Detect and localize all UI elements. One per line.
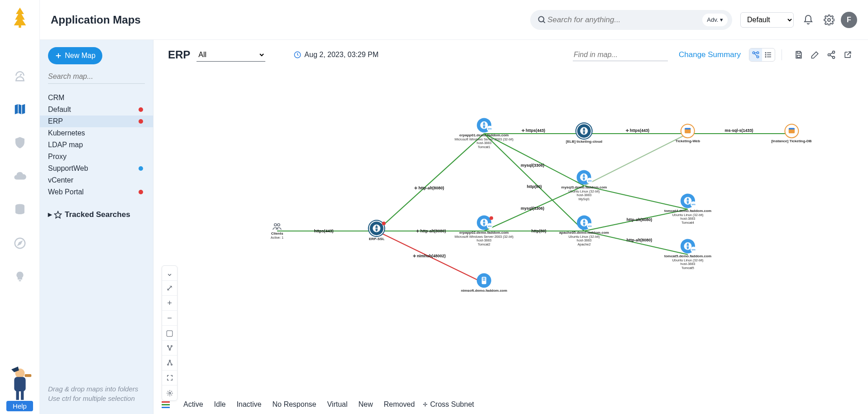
- svg-rect-9: [24, 374, 31, 377]
- edge-label: http-alt(8080): [414, 186, 444, 190]
- topbar: Application Maps Adv. ▾ Default F: [40, 0, 868, 40]
- nav-compass-icon[interactable]: [12, 236, 28, 251]
- search-icon: [537, 15, 547, 24]
- svg-point-27: [765, 53, 766, 53]
- map-item-vcenter[interactable]: vCenter: [40, 174, 153, 186]
- edge-label: https(443): [626, 128, 649, 133]
- svg-point-80: [169, 349, 170, 351]
- map-canvas[interactable]: ClientsActive: 1ERP-SSLvmerpapp01.demo.f…: [153, 66, 868, 393]
- map-settings[interactable]: [162, 385, 177, 400]
- layout-1[interactable]: [162, 341, 177, 356]
- maps-list: CRMDefaultERPKubernetesLDAP mapProxySupp…: [40, 92, 153, 198]
- fullscreen[interactable]: [162, 371, 177, 385]
- legend-label: Inactive: [236, 400, 261, 408]
- legend-menu-icon[interactable]: [162, 401, 170, 408]
- edit-button[interactable]: [809, 49, 821, 61]
- clock-icon: [293, 51, 302, 59]
- avatar[interactable]: F: [841, 12, 857, 28]
- side-rail: Help: [0, 0, 40, 414]
- settings-icon[interactable]: [823, 14, 835, 26]
- svg-point-82: [167, 364, 168, 366]
- plus-icon: [55, 52, 62, 59]
- advanced-search-button[interactable]: Adv. ▾: [702, 14, 728, 26]
- svg-point-34: [833, 56, 835, 58]
- zoom-reset[interactable]: ⤢: [162, 281, 177, 296]
- edge-label: ms-sql-s(1433): [724, 128, 753, 133]
- label-layer: https(443)http-alt(8080)http-alt(8080)ni…: [153, 66, 868, 393]
- svg-point-14: [828, 19, 830, 21]
- search-maps-input[interactable]: [48, 70, 145, 84]
- status-dot: [139, 107, 143, 112]
- star-icon: [54, 211, 62, 219]
- cross-subnet-icon: ✢: [423, 401, 427, 408]
- status-dot: [139, 190, 143, 194]
- nav-database-icon[interactable]: [12, 202, 28, 217]
- save-button[interactable]: [793, 49, 805, 61]
- chevron-down-icon: ▾: [720, 16, 723, 23]
- nav-cloud-icon[interactable]: [12, 168, 28, 184]
- help-label: Help: [6, 401, 33, 411]
- svg-line-35: [830, 53, 833, 54]
- view-list-button[interactable]: [762, 48, 775, 61]
- view-toggle: [749, 48, 775, 62]
- legend-label: Virtual: [327, 400, 347, 408]
- nav-security-icon[interactable]: [12, 135, 28, 150]
- status-dot: [139, 166, 143, 171]
- svg-point-81: [169, 360, 170, 361]
- map-item-web-portal[interactable]: Web Portal: [40, 186, 153, 198]
- edge-label: http-alt(8080): [627, 217, 652, 222]
- legend-label: Active: [183, 400, 203, 408]
- map-item-default[interactable]: Default: [40, 104, 153, 116]
- nav-maps-icon[interactable]: [12, 101, 28, 117]
- fit-screen[interactable]: ▢: [162, 326, 177, 341]
- map-item-erp[interactable]: ERP: [40, 116, 153, 127]
- search-input[interactable]: [547, 15, 702, 25]
- map-item-kubernetes[interactable]: Kubernetes: [40, 127, 153, 139]
- layout-2[interactable]: [162, 356, 177, 371]
- collapse-toggle[interactable]: ⌄: [162, 266, 177, 281]
- global-search[interactable]: Adv. ▾: [530, 10, 732, 30]
- edge-label: mysql(3306): [521, 163, 544, 168]
- notifications-icon[interactable]: [802, 14, 815, 26]
- timestamp[interactable]: Aug 2, 2023, 03:29 PM: [293, 51, 379, 59]
- filter-select[interactable]: All: [197, 48, 265, 62]
- zoom-out[interactable]: −: [162, 311, 177, 326]
- svg-point-83: [171, 364, 172, 366]
- zoom-in[interactable]: +: [162, 296, 177, 311]
- legend-label: Removed: [384, 400, 415, 408]
- export-button[interactable]: [842, 49, 854, 61]
- tracked-searches-toggle[interactable]: ▸ Tracked Searches: [40, 210, 153, 219]
- status-dot: [139, 119, 143, 124]
- svg-marker-17: [55, 211, 62, 218]
- edge-label: http-alt(8080): [627, 238, 652, 242]
- caret-right-icon: ▸: [48, 210, 52, 219]
- svg-rect-11: [21, 390, 24, 400]
- svg-point-28: [765, 54, 766, 55]
- share-button[interactable]: [825, 49, 837, 61]
- svg-line-22: [754, 53, 757, 56]
- map-item-ldap-map[interactable]: LDAP map: [40, 139, 153, 151]
- map-item-crm[interactable]: CRM: [40, 92, 153, 104]
- svg-point-32: [833, 51, 835, 53]
- edge-label: https(443): [522, 128, 545, 133]
- nav-lightbulb-icon[interactable]: [12, 269, 28, 284]
- nav-dashboard-icon[interactable]: [12, 68, 28, 83]
- change-summary-link[interactable]: Change Summary: [679, 50, 741, 59]
- svg-point-33: [828, 54, 830, 56]
- svg-point-79: [171, 346, 172, 347]
- legend-label: New: [359, 400, 373, 408]
- map-item-supportweb[interactable]: SupportWeb: [40, 163, 153, 174]
- environment-select[interactable]: Default: [740, 12, 794, 28]
- panel-hint: Drag & drop maps into folders Use ctrl f…: [48, 384, 138, 403]
- svg-point-78: [167, 346, 168, 347]
- find-in-map-input[interactable]: [573, 49, 668, 61]
- svg-point-84: [169, 392, 171, 394]
- help-mascot[interactable]: Help: [0, 365, 40, 414]
- map-item-proxy[interactable]: Proxy: [40, 151, 153, 163]
- view-graph-button[interactable]: [749, 48, 762, 61]
- svg-rect-7: [14, 377, 25, 391]
- new-map-button[interactable]: New Map: [48, 47, 102, 64]
- page-title: Application Maps: [51, 14, 141, 26]
- svg-rect-31: [797, 55, 801, 58]
- svg-marker-4: [18, 241, 22, 245]
